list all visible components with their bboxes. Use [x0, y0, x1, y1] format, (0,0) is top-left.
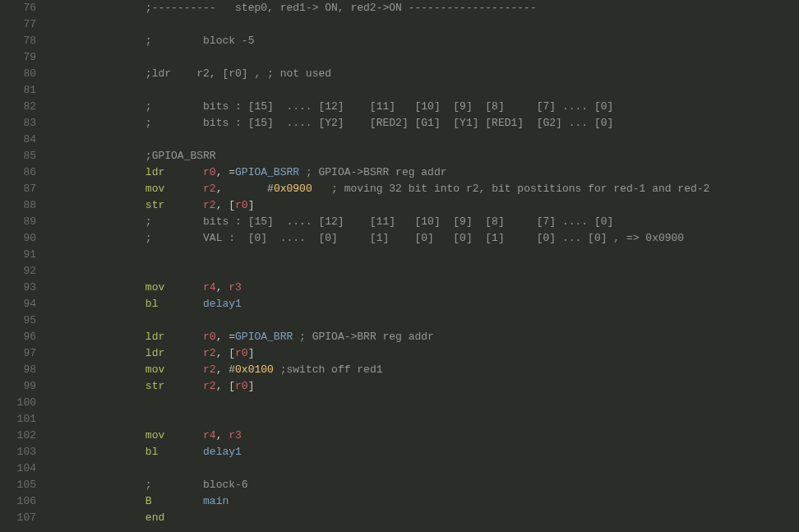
- code-line[interactable]: str r2, [r0]: [43, 197, 799, 214]
- mnemonic-token: bl: [145, 446, 159, 458]
- code-line[interactable]: [43, 16, 799, 33]
- spacing: [164, 199, 203, 211]
- punct-token: ]: [248, 347, 255, 359]
- code-line[interactable]: mov r4, r3: [43, 280, 799, 296]
- register-token: r2: [203, 363, 216, 376]
- code-line[interactable]: mov r2, #0x0100 ;switch off red1: [43, 362, 799, 378]
- code-line[interactable]: mov r2, #0x0900 ; moving 32 bit into r2,…: [43, 181, 799, 197]
- code-line[interactable]: end: [43, 510, 799, 526]
- line-number: 79: [0, 49, 36, 66]
- indent: [43, 215, 145, 228]
- indent: [43, 429, 145, 442]
- spacing: [312, 183, 331, 195]
- code-line[interactable]: [43, 411, 799, 428]
- line-number: 107: [0, 510, 36, 526]
- code-line[interactable]: ldr r0, =GPIOA_BRR ; GPIOA->BRR reg addr: [43, 329, 799, 345]
- code-line[interactable]: [43, 395, 799, 411]
- line-number: 103: [0, 444, 36, 460]
- register-token: r0: [203, 331, 216, 343]
- spacing: [293, 331, 299, 343]
- code-line[interactable]: ; block -5: [43, 33, 799, 49]
- line-number: 77: [0, 16, 36, 33]
- indent: [43, 396, 145, 409]
- indent: [43, 314, 145, 326]
- code-line[interactable]: ;---------- step0, red1-> ON, red2->ON -…: [43, 0, 799, 16]
- code-line[interactable]: [43, 247, 799, 263]
- mnemonic-token: B: [145, 495, 152, 507]
- line-number: 99: [0, 378, 36, 395]
- punct-token: , #: [216, 183, 274, 195]
- line-number: 76: [0, 0, 36, 16]
- code-line[interactable]: [43, 263, 799, 280]
- indent: [43, 363, 145, 376]
- code-line[interactable]: bl delay1: [43, 444, 799, 460]
- code-line[interactable]: [43, 49, 799, 66]
- code-line[interactable]: ;GPIOA_BSRR: [43, 148, 799, 164]
- mnemonic-token: bl: [145, 298, 159, 310]
- comment-token: ; bits : [15] .... [12] [11] [10] [9] [8…: [145, 100, 614, 113]
- register-token: r0: [203, 166, 216, 178]
- comment-token: ; GPIOA->BSRR reg addr: [306, 166, 447, 178]
- spacing: [164, 281, 203, 294]
- spacing: [164, 380, 203, 392]
- register-token: r0: [235, 380, 248, 392]
- code-line[interactable]: ; bits : [15] .... [12] [11] [10] [9] [8…: [43, 99, 799, 115]
- code-line[interactable]: ; VAL : [0] .... [0] [1] [0] [0] [1] [0]…: [43, 230, 799, 247]
- label-token: delay1: [203, 446, 242, 458]
- comment-token: ; GPIOA->BRR reg addr: [299, 331, 434, 343]
- code-line[interactable]: ; block-6: [43, 477, 799, 493]
- comment-token: ; moving 32 bit into r2, bit postitions …: [331, 183, 709, 195]
- register-token: r3: [229, 281, 242, 294]
- spacing: [274, 363, 280, 376]
- indent: [43, 248, 145, 261]
- indent: [43, 84, 145, 96]
- mnemonic-token: ldr: [145, 331, 164, 343]
- indent: [43, 495, 145, 507]
- indent: [43, 2, 145, 14]
- code-line[interactable]: mov r4, r3: [43, 428, 799, 444]
- register-token: r3: [229, 429, 242, 442]
- punct-token: , =: [216, 331, 235, 343]
- spacing: [164, 331, 203, 343]
- code-line[interactable]: str r2, [r0]: [43, 378, 799, 395]
- punct-token: ,: [216, 281, 229, 294]
- code-line[interactable]: [43, 312, 799, 329]
- line-number: 106: [0, 493, 36, 510]
- code-line[interactable]: [43, 82, 799, 99]
- code-area[interactable]: ;---------- step0, red1-> ON, red2->ON -…: [43, 0, 799, 532]
- line-number-gutter: 7677787980818283848586878889909192939495…: [0, 0, 43, 532]
- code-line[interactable]: ; bits : [15] .... [Y2] [RED2] [G1] [Y1]…: [43, 115, 799, 132]
- register-token: r0: [235, 347, 248, 359]
- spacing: [164, 429, 203, 442]
- spacing: [299, 166, 306, 178]
- comment-token: ;ldr r2, [r0] , ; not used: [145, 67, 331, 80]
- indent: [43, 380, 145, 392]
- code-editor[interactable]: 7677787980818283848586878889909192939495…: [0, 0, 799, 532]
- mnemonic-token: mov: [145, 429, 164, 442]
- mnemonic-token: mov: [145, 281, 164, 294]
- code-line[interactable]: ;ldr r2, [r0] , ; not used: [43, 66, 799, 82]
- code-line[interactable]: ldr r2, [r0]: [43, 345, 799, 362]
- code-line[interactable]: ldr r0, =GPIOA_BSRR ; GPIOA->BSRR reg ad…: [43, 164, 799, 181]
- indent: [43, 100, 145, 113]
- comment-token: ;GPIOA_BSRR: [145, 150, 216, 162]
- label-token: GPIOA_BRR: [235, 331, 293, 343]
- spacing: [164, 183, 203, 195]
- code-line[interactable]: bl delay1: [43, 296, 799, 312]
- punct-token: , [: [216, 347, 235, 359]
- spacing: [164, 511, 203, 524]
- spacing: [164, 363, 203, 376]
- line-number: 102: [0, 428, 36, 444]
- register-token: r2: [203, 183, 216, 195]
- code-line[interactable]: [43, 132, 799, 148]
- code-line[interactable]: B main: [43, 493, 799, 510]
- comment-token: ; block-6: [145, 479, 248, 491]
- code-line[interactable]: ; bits : [15] .... [12] [11] [10] [9] [8…: [43, 214, 799, 230]
- register-token: r4: [203, 429, 216, 442]
- line-number: 93: [0, 280, 36, 296]
- indent: [43, 281, 145, 294]
- indent: [43, 265, 145, 277]
- code-line[interactable]: [43, 460, 799, 477]
- mnemonic-token: ldr: [145, 166, 164, 178]
- line-number: 85: [0, 148, 36, 164]
